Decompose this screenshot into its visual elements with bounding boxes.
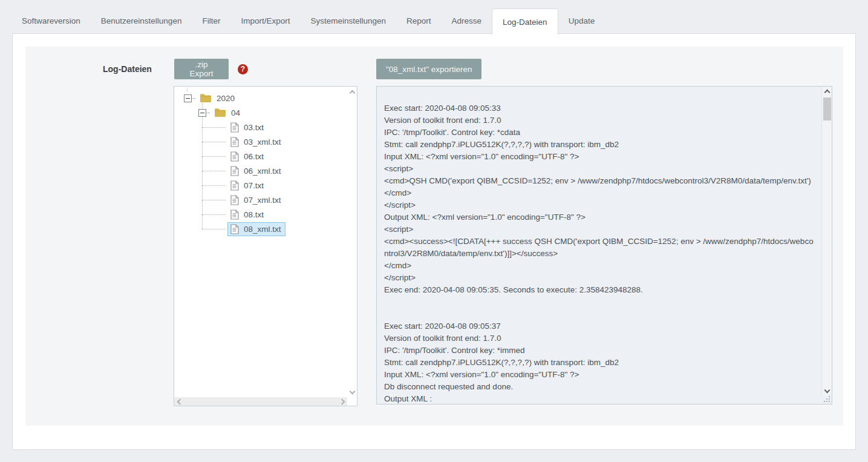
- tab-bar: Softwareversion Benutzereinstellungen Fi…: [0, 0, 868, 33]
- file-node[interactable]: 07.txt: [227, 179, 268, 193]
- tree-item-file[interactable]: 07_xml.txt: [174, 193, 347, 207]
- scroll-up-icon[interactable]: [822, 87, 832, 97]
- file-node[interactable]: 07_xml.txt: [227, 193, 286, 207]
- log-dateien-panel: Log-Dateien .zip Export ? "08_xml.txt" e…: [25, 47, 843, 426]
- scrollbar-thumb[interactable]: [823, 97, 831, 120]
- tab-softwareversion[interactable]: Softwareversion: [11, 8, 91, 33]
- tree-item-label: 06_xml.txt: [244, 167, 281, 176]
- tab-log-dateien[interactable]: Log-Dateien: [492, 8, 558, 35]
- content-card: Log-Dateien .zip Export ? "08_xml.txt" e…: [12, 33, 856, 450]
- file-node[interactable]: 03.txt: [227, 120, 268, 134]
- zip-export-button[interactable]: .zip Export: [174, 59, 229, 79]
- tree-item-folder-2020[interactable]: 2020: [174, 91, 347, 105]
- log-textarea[interactable]: Exec start: 2020-04-08 09:05:33 Version …: [376, 86, 832, 404]
- tab-systemeinstellungen[interactable]: Systemeinstellungen: [300, 8, 396, 33]
- scroll-up-icon[interactable]: [347, 88, 357, 97]
- file-icon: [230, 166, 239, 176]
- file-tree: 2020 04: [174, 86, 357, 406]
- tree-item-label: 08_xml.txt: [244, 225, 281, 234]
- file-icon: [230, 151, 239, 162]
- tree-item-label: 07_xml.txt: [244, 196, 281, 205]
- scroll-down-icon[interactable]: [822, 385, 832, 395]
- file-tree-content: 2020 04: [174, 87, 347, 397]
- folder-icon: [200, 93, 212, 103]
- tree-item-label: 04: [231, 108, 240, 117]
- log-vertical-scrollbar[interactable]: [821, 87, 832, 395]
- tab-import-export[interactable]: Import/Export: [230, 8, 300, 33]
- tree-item-file[interactable]: 06.txt: [174, 149, 347, 163]
- file-node[interactable]: 06_xml.txt: [227, 164, 286, 178]
- tree-item-label: 06.txt: [244, 152, 264, 161]
- folder-icon: [214, 108, 226, 117]
- tree-item-label: 03_xml.txt: [244, 137, 281, 147]
- file-icon: [230, 180, 239, 191]
- tree-item-label: 08.txt: [244, 210, 264, 219]
- log-content: Exec start: 2020-04-08 09:05:33 Version …: [377, 87, 821, 404]
- tree-item-folder-04[interactable]: 04: [174, 105, 347, 120]
- file-icon: [230, 122, 239, 133]
- tree-item-file[interactable]: 06_xml.txt: [174, 163, 347, 178]
- tab-adresse[interactable]: Adresse: [442, 8, 492, 33]
- folder-node[interactable]: 2020: [197, 91, 239, 105]
- tree-vertical-scrollbar[interactable]: [347, 87, 357, 397]
- collapse-icon[interactable]: [198, 109, 206, 117]
- file-node[interactable]: 03_xml.txt: [227, 135, 286, 149]
- file-icon: [230, 224, 239, 234]
- file-node-selected[interactable]: 08_xml.txt: [227, 222, 286, 236]
- file-node[interactable]: 08.txt: [227, 208, 268, 222]
- scroll-down-icon[interactable]: [347, 386, 357, 396]
- file-node[interactable]: 06.txt: [227, 150, 268, 163]
- resize-grip-icon[interactable]: [829, 401, 830, 402]
- tab-filter[interactable]: Filter: [192, 8, 230, 33]
- field-label: Log-Dateien: [103, 64, 152, 74]
- tab-report[interactable]: Report: [396, 8, 442, 33]
- tree-item-label: 2020: [217, 94, 235, 103]
- help-icon[interactable]: ?: [238, 64, 248, 74]
- tab-update[interactable]: Update: [558, 8, 605, 33]
- tree-item-file-selected[interactable]: 08_xml.txt: [174, 222, 347, 236]
- folder-node[interactable]: 04: [212, 106, 244, 119]
- export-selected-file-button[interactable]: "08_xml.txt" exportieren: [376, 59, 481, 79]
- file-icon: [230, 195, 239, 205]
- tab-benutzereinstellungen[interactable]: Benutzereinstellungen: [91, 8, 192, 33]
- tree-horizontal-scrollbar[interactable]: [174, 397, 347, 406]
- scrollbar-corner: [347, 397, 357, 406]
- tree-item-label: 03.txt: [244, 123, 264, 132]
- scroll-right-icon[interactable]: [338, 397, 346, 406]
- tree-item-file[interactable]: 08.txt: [174, 207, 347, 222]
- file-icon: [230, 137, 239, 147]
- collapse-icon[interactable]: [184, 94, 192, 102]
- tree-item-file[interactable]: 07.txt: [174, 178, 347, 193]
- tree-item-label: 07.txt: [244, 181, 264, 190]
- scroll-left-icon[interactable]: [175, 397, 184, 406]
- tree-item-file[interactable]: 03.txt: [174, 120, 347, 134]
- file-icon: [230, 210, 239, 220]
- tree-item-file[interactable]: 03_xml.txt: [174, 134, 347, 149]
